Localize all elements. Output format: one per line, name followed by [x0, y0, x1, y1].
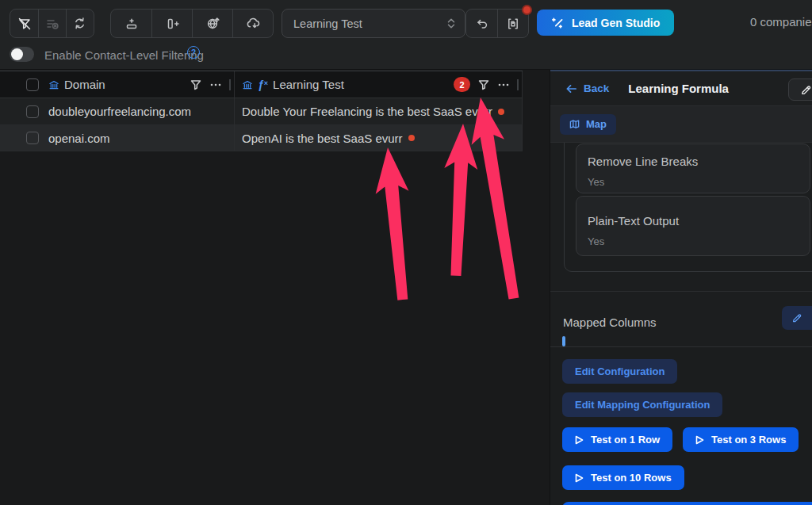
- back-arrow-icon: [565, 83, 577, 94]
- freelancing-result-status-dot: [498, 109, 504, 115]
- learning-test-column-header[interactable]: ƒ× Learning Test 2: [235, 71, 523, 98]
- refresh-button[interactable]: [66, 10, 94, 37]
- globe-upload-icon: [205, 16, 220, 31]
- result-value: OpenAI is the best SaaS evurr: [242, 132, 403, 145]
- edit-mapped-columns-button[interactable]: [782, 306, 812, 330]
- panel-header: Back Learning Formula: [550, 71, 812, 106]
- map-tab-button[interactable]: Map: [560, 114, 616, 135]
- table-row[interactable]: doubleyourfreelancing.com Double Your Fr…: [0, 98, 523, 125]
- divider: [550, 291, 812, 292]
- undo-icon: [475, 17, 489, 31]
- play-icon: [695, 435, 704, 445]
- learning-test-column-label: Learning Test: [273, 78, 344, 91]
- mapped-columns-heading: Mapped Columns: [563, 316, 657, 329]
- domain-column-header[interactable]: Domain: [0, 71, 235, 98]
- magic-wand-icon: [551, 16, 565, 29]
- row-checkbox[interactable]: [26, 105, 39, 118]
- domain-cell[interactable]: doubleyourfreelancing.com: [0, 98, 235, 124]
- column-resize-handle[interactable]: [517, 79, 519, 90]
- add-row-icon: [124, 17, 139, 31]
- setting-label: Plain-Text Output: [588, 214, 799, 228]
- pencil-icon: [800, 84, 812, 96]
- add-column-icon: [165, 17, 179, 31]
- domain-value: doubleyourfreelancing.com: [48, 105, 191, 118]
- app-window: Learning Test Lead Gen Studio 0 companie…: [0, 0, 812, 505]
- test-on-3-rows-button[interactable]: Test on 3 Rows: [683, 427, 799, 452]
- unsaved-changes-dot: [522, 5, 532, 15]
- formula-detail-panel: Back Learning Formula Map Remove Line Br…: [550, 70, 812, 505]
- add-column-button[interactable]: [151, 10, 192, 37]
- play-icon: [575, 435, 584, 445]
- help-icon[interactable]: ?: [187, 46, 200, 59]
- select-all-checkbox[interactable]: [26, 78, 39, 91]
- panel-content: Remove Line Breaks Yes Plain-Text Output…: [550, 143, 812, 346]
- setting-value: Yes: [588, 235, 799, 247]
- toggle-knob: [11, 48, 23, 60]
- domain-cell[interactable]: openai.com: [0, 125, 235, 151]
- contact-level-filtering-toggle[interactable]: [10, 47, 34, 62]
- test-on-10-rows-label: Test on 10 Rows: [591, 472, 672, 484]
- test-on-1-row-button[interactable]: Test on 1 Row: [562, 427, 672, 452]
- cloud-import-button[interactable]: [232, 10, 273, 37]
- table-row[interactable]: openai.com OpenAI is the best SaaS evurr: [0, 125, 523, 151]
- filter-tools-group: [10, 9, 94, 38]
- edit-configuration-button[interactable]: Edit Configuration: [562, 359, 677, 384]
- more-icon[interactable]: [497, 78, 510, 91]
- test-on-1-row-label: Test on 1 Row: [591, 434, 660, 446]
- setting-card: Plain-Text Output Yes: [576, 196, 810, 256]
- annotation-arrow-1: [371, 146, 419, 301]
- list-clear-icon: [45, 17, 59, 31]
- refresh-icon: [73, 17, 87, 31]
- filter-icon[interactable]: [190, 78, 202, 91]
- edit-mapping-configuration-button[interactable]: Edit Mapping Configuration: [562, 392, 722, 417]
- companies-count: 0 companies: [750, 15, 812, 29]
- openai-result-status-dot: [408, 135, 415, 141]
- error-count-badge[interactable]: 2: [454, 77, 470, 92]
- more-icon[interactable]: [209, 78, 222, 91]
- chevron-updown-icon: [447, 18, 455, 29]
- back-label: Back: [584, 82, 609, 94]
- view-selector-value: Learning Test: [293, 17, 447, 30]
- view-selector[interactable]: Learning Test: [282, 9, 465, 38]
- map-tab-label: Map: [586, 118, 607, 130]
- partial-bottom-button[interactable]: [562, 502, 812, 505]
- undo-button[interactable]: [466, 10, 497, 37]
- clear-filters-button[interactable]: [10, 10, 38, 37]
- result-value: Double Your Freelancing is the best SaaS…: [242, 105, 492, 118]
- play-icon: [575, 473, 584, 483]
- clear-sort-button[interactable]: [38, 10, 66, 37]
- top-toolbar: Learning Test Lead Gen Studio 0 companie…: [0, 0, 812, 70]
- history-tools-group: [465, 9, 529, 38]
- test-on-10-rows-button[interactable]: Test on 10 Rows: [562, 465, 684, 490]
- filter-off-icon: [17, 17, 32, 31]
- panel-title: Learning Formula: [628, 82, 729, 95]
- building-icon: [242, 79, 253, 90]
- edit-formula-button[interactable]: [788, 78, 812, 101]
- row-checkbox[interactable]: [26, 132, 39, 144]
- formula-icon: ƒ×: [258, 78, 268, 91]
- add-row-button[interactable]: [111, 10, 151, 37]
- test-on-3-rows-label: Test on 3 Rows: [711, 434, 786, 446]
- back-button[interactable]: Back: [565, 82, 609, 94]
- filter-icon[interactable]: [477, 78, 490, 91]
- data-table: Domain ƒ× Learning Test 2: [0, 71, 523, 151]
- mapped-column-item-marker: [562, 336, 565, 346]
- panel-action-footer: Edit Configuration Edit Mapping Configur…: [550, 346, 812, 505]
- domain-value: openai.com: [48, 132, 110, 145]
- setting-label: Remove Line Breaks: [588, 155, 799, 168]
- map-icon: [569, 119, 580, 130]
- result-cell[interactable]: Double Your Freelancing is the best SaaS…: [235, 98, 523, 124]
- cloud-download-icon: [246, 16, 261, 31]
- result-cell[interactable]: OpenAI is the best SaaS evurr: [235, 125, 523, 151]
- lead-gen-studio-button[interactable]: Lead Gen Studio: [537, 10, 674, 36]
- panel-tab-strip: Map: [550, 106, 812, 143]
- lead-gen-studio-label: Lead Gen Studio: [572, 17, 660, 29]
- setting-value: Yes: [588, 176, 799, 188]
- pencil-icon: [791, 312, 802, 323]
- contact-level-filtering-label: Enable Contact-Level Filtering: [44, 48, 204, 62]
- domain-column-label: Domain: [64, 78, 105, 91]
- column-resize-handle[interactable]: [229, 79, 231, 90]
- table-header-row: Domain ƒ× Learning Test 2: [0, 71, 523, 98]
- web-enrich-button[interactable]: [192, 10, 232, 37]
- building-icon: [48, 79, 59, 90]
